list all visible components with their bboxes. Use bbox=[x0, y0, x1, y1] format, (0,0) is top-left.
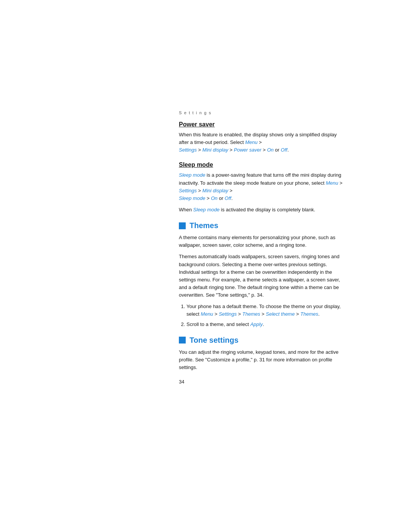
themes-list-item1-arrow2: > bbox=[237, 311, 242, 317]
themes-list-item1-select-theme-link[interactable]: Select theme bbox=[266, 311, 295, 317]
sleep-mode-intro-link[interactable]: Sleep mode bbox=[179, 172, 205, 178]
power-saver-or: or bbox=[274, 147, 281, 153]
sleep-mode-arrow4: > bbox=[205, 195, 211, 201]
sleep-mode-mini-display-link[interactable]: Mini display bbox=[202, 188, 228, 193]
power-saver-arrow1: > bbox=[258, 139, 262, 145]
power-saver-link[interactable]: Power saver bbox=[234, 147, 261, 153]
themes-body2: Themes automatically loads wallpapers, s… bbox=[179, 253, 342, 299]
tone-settings-icon-heading: Tone settings bbox=[179, 336, 342, 345]
sleep-mode-or: or bbox=[218, 195, 225, 201]
power-saver-heading: Power saver bbox=[179, 121, 342, 128]
sleep-mode-period: . bbox=[231, 195, 233, 201]
sleep-mode-on-link[interactable]: On bbox=[211, 195, 217, 201]
sleep-mode-body2: When Sleep mode is activated the display… bbox=[179, 206, 342, 214]
sleep-mode-body2-prefix: When bbox=[179, 207, 193, 212]
themes-list-item2-period: . bbox=[263, 321, 264, 327]
sleep-mode-arrow1: > bbox=[338, 180, 342, 186]
power-saver-arrow4: > bbox=[261, 147, 267, 153]
power-saver-off-link[interactable]: Off bbox=[281, 147, 287, 153]
tone-settings-blue-square-icon bbox=[179, 337, 186, 343]
power-saver-menu-link[interactable]: Menu bbox=[245, 139, 258, 145]
themes-body1: A theme contains many elements for perso… bbox=[179, 234, 342, 249]
themes-list-item2-prefix: Scroll to a theme, and select bbox=[186, 321, 250, 327]
sleep-mode-section: Sleep mode Sleep mode is a power-saving … bbox=[179, 161, 342, 214]
power-saver-period: . bbox=[287, 147, 289, 153]
power-saver-settings-link[interactable]: Settings bbox=[179, 147, 197, 153]
themes-list-item1-arrow1: > bbox=[213, 311, 219, 317]
power-saver-arrow2: > bbox=[197, 147, 202, 153]
page-number: 34 bbox=[179, 379, 342, 385]
tone-settings-body: You can adjust the ringing volume, keypa… bbox=[179, 348, 342, 371]
sleep-mode-settings-link[interactable]: Settings bbox=[179, 188, 197, 193]
themes-list-item1-themes-link[interactable]: Themes bbox=[242, 311, 260, 317]
page-container: S e t t i n g s Power saver When this fe… bbox=[0, 0, 411, 532]
themes-icon-heading: Themes bbox=[179, 221, 342, 230]
power-saver-body: When this feature is enabled, the displa… bbox=[179, 131, 342, 154]
power-saver-arrow3: > bbox=[228, 147, 234, 153]
themes-list-item1-menu-link[interactable]: Menu bbox=[201, 311, 213, 317]
themes-list-item1-themes2-link[interactable]: Themes bbox=[300, 311, 318, 317]
tone-settings-section: Tone settings You can adjust the ringing… bbox=[179, 336, 342, 371]
sleep-mode-off-link[interactable]: Off bbox=[225, 195, 231, 201]
power-saver-on-link[interactable]: On bbox=[267, 147, 274, 153]
sleep-mode-body2-suffix: is activated the display is completely b… bbox=[220, 207, 315, 212]
themes-list-item1-period: . bbox=[318, 311, 320, 317]
sleep-mode-heading: Sleep mode bbox=[179, 161, 342, 168]
sleep-mode-arrow2: > bbox=[197, 188, 202, 193]
themes-list-item-1: Your phone has a default theme. To choos… bbox=[186, 303, 342, 318]
sleep-mode-link2[interactable]: Sleep mode bbox=[193, 207, 220, 212]
themes-heading: Themes bbox=[190, 221, 218, 230]
power-saver-mini-display-link[interactable]: Mini display bbox=[202, 147, 228, 153]
tone-settings-heading: Tone settings bbox=[190, 336, 239, 345]
power-saver-section: Power saver When this feature is enabled… bbox=[179, 121, 342, 154]
themes-list-item-2: Scroll to a theme, and select Apply. bbox=[186, 321, 342, 328]
themes-list-item1-arrow4: > bbox=[295, 311, 300, 317]
section-label: S e t t i n g s bbox=[179, 110, 342, 115]
sleep-mode-menu-link[interactable]: Menu bbox=[326, 180, 338, 186]
themes-list-item2-apply-link[interactable]: Apply bbox=[250, 321, 263, 327]
themes-list: Your phone has a default theme. To choos… bbox=[179, 303, 342, 328]
sleep-mode-body1: Sleep mode is a power-saving feature tha… bbox=[179, 171, 342, 202]
themes-blue-square-icon bbox=[179, 222, 186, 229]
sleep-mode-link[interactable]: Sleep mode bbox=[179, 195, 205, 201]
themes-list-item1-settings-link[interactable]: Settings bbox=[219, 311, 237, 317]
themes-list-item1-arrow3: > bbox=[260, 311, 266, 317]
content-area: S e t t i n g s Power saver When this fe… bbox=[179, 110, 342, 532]
sleep-mode-arrow3: > bbox=[228, 188, 233, 193]
themes-section: Themes A theme contains many elements fo… bbox=[179, 221, 342, 328]
